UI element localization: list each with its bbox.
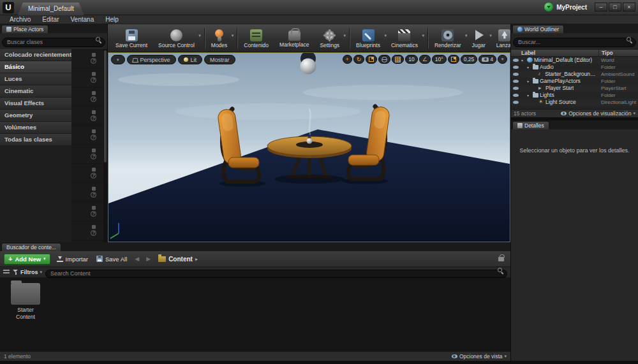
grid-snap-toggle[interactable] bbox=[392, 55, 404, 64]
toolbar-button[interactable]: Source Control ▾ bbox=[154, 27, 202, 49]
outliner-row[interactable]: ▾ GamePlayActors Folder bbox=[511, 78, 638, 85]
toolbar-button[interactable]: Jugar ▾ bbox=[468, 27, 493, 49]
chevron-down-icon[interactable]: ▾ bbox=[422, 33, 424, 38]
outliner-row[interactable]: ▾ Starter_Background_Cue AmbientSound bbox=[511, 71, 638, 78]
actor-thumbnail[interactable] bbox=[73, 108, 89, 123]
outliner-row[interactable]: ▾ Lights Folder bbox=[511, 92, 638, 99]
actor-thumbnail[interactable] bbox=[73, 146, 89, 161]
scale-snap-value[interactable]: 0,25 bbox=[461, 55, 478, 64]
category-item[interactable]: Colocado recientemente bbox=[0, 49, 71, 61]
column-label[interactable]: Label bbox=[511, 50, 598, 56]
actor-thumbnail-row[interactable]: ? bbox=[71, 221, 103, 240]
actor-thumbnail[interactable] bbox=[73, 203, 89, 219]
rotate-tool-button[interactable]: ↻ bbox=[353, 55, 365, 64]
actor-thumbnail[interactable] bbox=[73, 69, 89, 85]
category-item[interactable]: Todas las clases bbox=[0, 134, 71, 146]
viewport[interactable]: ▾ Perspective Lit Mostrar + ↻ 10 ∠ 10° bbox=[108, 52, 510, 242]
viewport-scene[interactable] bbox=[108, 53, 510, 242]
toolbar-button[interactable]: Marketplace ▾ bbox=[276, 27, 316, 48]
forward-arrow-icon[interactable]: ▶ bbox=[145, 256, 152, 262]
toolbar-button[interactable]: Blueprints ▾ bbox=[352, 27, 387, 49]
toolbar-button[interactable]: Modes ▾ bbox=[207, 27, 235, 49]
menu-item[interactable]: Help bbox=[100, 15, 124, 24]
expand-arrow-icon[interactable]: ▾ bbox=[527, 93, 531, 98]
tab-place-actors[interactable]: Place Actors bbox=[1, 25, 48, 33]
category-item[interactable]: Básico bbox=[0, 61, 71, 73]
window-control-button[interactable]: □ bbox=[609, 3, 621, 11]
grid-snap-value[interactable]: 10 bbox=[405, 55, 417, 64]
translate-tool-button[interactable]: + bbox=[343, 55, 352, 64]
visibility-eye-icon[interactable] bbox=[511, 87, 520, 90]
visibility-eye-icon[interactable] bbox=[511, 59, 520, 62]
chevron-down-icon[interactable]: ▾ bbox=[344, 33, 346, 38]
actor-thumbnail-row[interactable]: ? bbox=[71, 183, 103, 202]
add-new-button[interactable]: Add New ▾ bbox=[4, 254, 50, 265]
chevron-down-icon[interactable]: ▾ bbox=[465, 33, 468, 38]
visibility-eye-icon[interactable] bbox=[511, 101, 520, 104]
category-item[interactable]: Volúmenes bbox=[0, 122, 71, 134]
world-local-toggle[interactable] bbox=[378, 55, 390, 64]
actor-thumbnail-row[interactable]: ? bbox=[71, 68, 103, 87]
tab-content-browser[interactable]: Buscador de conte... bbox=[1, 243, 61, 251]
outliner-row[interactable]: ▾ Player Start PlayerStart bbox=[511, 85, 638, 92]
actor-thumbnail-row[interactable]: ? bbox=[71, 145, 103, 164]
chevron-down-icon[interactable]: ▾ bbox=[489, 33, 492, 38]
category-item[interactable]: Visual Effects bbox=[0, 98, 71, 110]
folder-icon[interactable] bbox=[11, 283, 40, 305]
camera-speed-button[interactable]: 4 bbox=[478, 55, 496, 64]
window-control-button[interactable]: × bbox=[623, 3, 635, 11]
rotation-snap-toggle[interactable]: ∠ bbox=[419, 55, 431, 64]
toolbar-button[interactable]: Renderizar ▾ bbox=[431, 27, 468, 49]
perspective-button[interactable]: Perspective bbox=[127, 55, 176, 64]
actor-thumbnail-row[interactable]: ? bbox=[71, 126, 103, 145]
outliner-search-input[interactable] bbox=[513, 38, 636, 47]
breadcrumb[interactable]: Content ▸ bbox=[156, 256, 200, 263]
actor-thumbnail-row[interactable]: ? bbox=[71, 164, 103, 183]
visibility-eye-icon[interactable] bbox=[511, 94, 520, 97]
actor-thumbnail[interactable] bbox=[73, 89, 89, 104]
thumbnails-scrollbar[interactable] bbox=[103, 49, 107, 243]
toolbar-button[interactable]: Cinematics ▾ bbox=[387, 27, 425, 49]
actor-thumbnail-row[interactable]: ? bbox=[71, 49, 103, 68]
actor-thumbnail[interactable] bbox=[73, 165, 89, 180]
actor-thumbnail[interactable] bbox=[73, 222, 89, 238]
tab-details[interactable]: Detalles bbox=[512, 121, 549, 129]
actor-thumbnail-row[interactable]: ? bbox=[71, 106, 103, 126]
outliner-row[interactable]: ▾ Minimal_Default (Editor) World bbox=[511, 57, 638, 64]
level-tab[interactable]: Minimal_Default bbox=[18, 3, 84, 15]
actor-thumbnail-row[interactable]: ? bbox=[71, 202, 103, 221]
scale-snap-toggle[interactable] bbox=[448, 55, 459, 64]
show-flags-button[interactable]: Mostrar bbox=[204, 55, 235, 64]
filters-button[interactable]: Filtros ▾ bbox=[13, 269, 42, 275]
chevron-down-icon[interactable]: ▾ bbox=[232, 33, 234, 38]
back-arrow-icon[interactable]: ◀ bbox=[133, 256, 140, 262]
actor-thumbnail[interactable] bbox=[73, 50, 89, 66]
view-options-button[interactable]: Opciones de vista ▾ bbox=[452, 353, 507, 360]
toolbar-button[interactable]: Settings ▾ bbox=[316, 27, 346, 49]
viewport-options-button[interactable]: ▾ bbox=[111, 55, 125, 64]
camera-speed-dropdown[interactable]: ▾ bbox=[498, 55, 507, 64]
actor-thumbnail[interactable] bbox=[73, 184, 89, 200]
asset-tile[interactable]: Starter Content bbox=[8, 283, 43, 320]
class-search-input[interactable] bbox=[2, 38, 105, 47]
toolbar-button[interactable]: Contenido ▾ bbox=[240, 27, 276, 49]
chevron-down-icon[interactable]: ▾ bbox=[198, 33, 201, 38]
outliner-row[interactable]: ▾ Audio Folder bbox=[511, 64, 638, 71]
view-options-button[interactable]: Opciones de visualización ▾ bbox=[561, 110, 635, 117]
toolbar-button[interactable]: Save Current ▾ bbox=[112, 27, 154, 49]
window-control-button[interactable]: – bbox=[595, 3, 607, 11]
expand-arrow-icon[interactable]: ▾ bbox=[521, 58, 526, 62]
category-item[interactable]: Cinematic bbox=[0, 85, 71, 98]
visibility-eye-icon[interactable] bbox=[511, 73, 520, 76]
tab-world-outliner[interactable]: World Outliner bbox=[512, 25, 564, 33]
actor-thumbnail-row[interactable]: ? bbox=[71, 87, 103, 106]
menu-item[interactable]: Archivo bbox=[4, 15, 36, 24]
actor-thumbnail[interactable] bbox=[73, 127, 89, 142]
outliner-row[interactable]: ▾ Light Source DirectionalLight bbox=[511, 99, 638, 106]
menu-item[interactable]: Ventana bbox=[64, 15, 100, 24]
content-search-input[interactable] bbox=[45, 270, 507, 278]
lock-icon[interactable] bbox=[498, 257, 504, 261]
rotation-snap-value[interactable]: 10° bbox=[432, 55, 447, 64]
scale-tool-button[interactable] bbox=[366, 55, 377, 64]
visibility-eye-icon[interactable] bbox=[511, 66, 520, 69]
